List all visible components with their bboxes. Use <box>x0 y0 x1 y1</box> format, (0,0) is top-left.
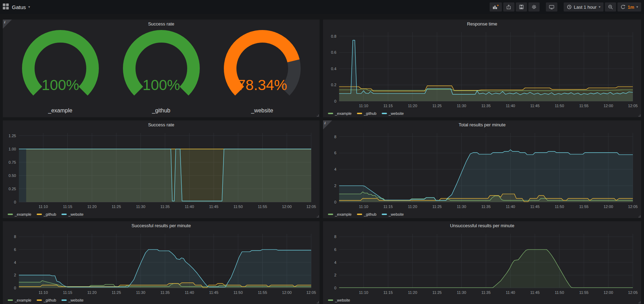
legend-swatch <box>328 214 333 215</box>
legend-item-_website[interactable]: _website <box>382 111 404 116</box>
legend-item-_github[interactable]: _github <box>37 212 56 216</box>
x-tick-label: 11:20 <box>87 290 97 295</box>
legend-item-_example[interactable]: _example <box>8 212 31 216</box>
settings-button[interactable] <box>528 2 540 12</box>
panel-resize-handle[interactable] <box>638 215 641 217</box>
share-icon <box>506 5 511 9</box>
x-tick-label: 11:10 <box>359 290 368 295</box>
x-tick-label: 11:40 <box>185 205 194 209</box>
panel-title[interactable]: Unsuccessful results per minute <box>323 221 641 230</box>
legend-swatch <box>328 299 333 301</box>
y-tick-label: 2 <box>334 184 336 188</box>
y-tick-label: 0.50 <box>9 173 16 178</box>
unsuccessful-results-per-minute-plot[interactable]: 0246811:1011:1511:2011:2511:3011:3511:40… <box>323 230 641 297</box>
panel-title[interactable]: Success rate <box>3 20 320 29</box>
legend-swatch <box>357 113 362 114</box>
legend-label: _github <box>364 212 376 216</box>
time-range-picker[interactable]: Last 1 hour ▾ <box>564 2 603 12</box>
add-panel-button[interactable] <box>490 2 502 12</box>
successful-results-chart[interactable]: 0246811:1011:1511:2011:2511:3011:3511:40… <box>3 230 320 297</box>
success-rate-chart[interactable]: 00.250.500.751.001.2511:1011:1511:2011:2… <box>3 129 320 211</box>
caret-down-icon: ▾ <box>28 5 30 9</box>
x-tick-label: 11:40 <box>185 290 194 295</box>
legend-label: _website <box>68 298 83 302</box>
total-results-chart[interactable]: 0246811:1011:1511:2011:2511:3011:3511:40… <box>323 129 641 211</box>
save-button[interactable] <box>516 2 527 12</box>
x-tick-label: 11:15 <box>383 104 393 108</box>
legend-item-_example[interactable]: _example <box>328 212 352 216</box>
unsuccessful-results-chart[interactable]: 0246811:1011:1511:2011:2511:3011:3511:40… <box>323 230 641 297</box>
x-tick-label: 11:55 <box>579 290 588 295</box>
x-tick-label: 11:35 <box>481 205 491 209</box>
response-time-plot[interactable]: 00.20.40.60.811:1011:1511:2011:2511:3011… <box>323 29 641 110</box>
legend-item-_website[interactable]: _website <box>61 212 83 216</box>
legend-label: _github <box>364 111 376 116</box>
x-tick-label: 12:00 <box>282 205 292 209</box>
legend-item-_example[interactable]: _example <box>8 298 31 302</box>
x-tick-label: 12:05 <box>306 205 316 209</box>
x-tick-label: 11:45 <box>530 290 540 295</box>
panel-title[interactable]: Success rate <box>3 120 320 129</box>
panel-total-results: i Total results per minute 0246811:1011:… <box>323 120 641 218</box>
legend: _example_github_website <box>323 110 641 117</box>
response-time-chart[interactable]: 00.20.40.60.811:1011:1511:2011:2511:3011… <box>323 29 641 110</box>
zoom-out-button[interactable] <box>605 2 616 12</box>
legend-label: _website <box>335 298 350 302</box>
clock-icon <box>567 5 572 9</box>
x-tick-label: 11:40 <box>506 205 515 209</box>
y-tick-label: 6 <box>334 247 336 252</box>
total-results-per-minute-plot[interactable]: 0246811:1011:1511:2011:2511:3011:3511:40… <box>323 129 641 211</box>
legend-label: _github <box>44 298 56 302</box>
dashboard-title-dropdown[interactable]: Gatus ▾ <box>12 4 30 10</box>
y-tick-label: 8 <box>14 235 16 239</box>
success-rate-plot[interactable]: 00.250.500.751.001.2511:1011:1511:2011:2… <box>3 129 320 211</box>
panel-title[interactable]: Total results per minute <box>323 120 641 129</box>
y-tick-label: 6 <box>14 247 16 252</box>
navbar-left: Gatus ▾ <box>3 3 30 11</box>
share-button[interactable] <box>503 2 514 12</box>
grafana-dashboard: Gatus ▾ <box>0 0 644 304</box>
panel-resize-handle[interactable] <box>317 215 319 217</box>
legend-item-_github[interactable]: _github <box>357 212 376 216</box>
panel-title[interactable]: Successful results per minute <box>3 221 320 230</box>
legend-label: _github <box>44 212 56 216</box>
refresh-picker[interactable]: 1m ▾ <box>617 2 641 12</box>
legend-item-_website[interactable]: _website <box>382 212 404 216</box>
panel-resize-handle[interactable] <box>317 301 319 303</box>
legend-item-_github[interactable]: _github <box>37 298 56 302</box>
x-tick-label: 11:30 <box>136 290 145 295</box>
y-tick-label: 0.6 <box>331 50 336 54</box>
legend-label: _example <box>335 111 352 116</box>
legend-item-_website[interactable]: _website <box>328 298 350 302</box>
x-tick-label: 11:35 <box>481 290 491 295</box>
y-tick-label: 0.75 <box>9 160 16 164</box>
legend-item-_website[interactable]: _website <box>61 298 83 302</box>
panel-info-corner[interactable]: i <box>3 20 12 29</box>
legend-item-_github[interactable]: _github <box>357 111 376 116</box>
y-tick-label: 0 <box>334 99 336 103</box>
info-icon: i <box>324 121 325 125</box>
gauge-_website: 78.34%_website <box>220 29 305 114</box>
legend-swatch <box>328 113 333 114</box>
legend-item-_example[interactable]: _example <box>328 111 352 116</box>
panel-resize-handle[interactable] <box>317 114 319 117</box>
panel-resize-handle[interactable] <box>638 301 641 303</box>
panel-info-corner[interactable]: i <box>323 120 332 129</box>
y-tick-label: 8 <box>334 235 336 239</box>
x-tick-label: 11:10 <box>38 205 48 209</box>
x-tick-label: 11:45 <box>530 104 540 108</box>
panel-resize-handle[interactable] <box>638 114 641 117</box>
tv-mode-button[interactable] <box>546 2 557 12</box>
y-tick-label: 0.4 <box>331 67 336 71</box>
x-tick-label: 11:35 <box>160 290 170 295</box>
x-tick-label: 11:15 <box>63 205 72 209</box>
panel-title[interactable]: Response time <box>323 20 641 29</box>
x-tick-label: 12:00 <box>603 205 613 209</box>
x-tick-label: 11:45 <box>530 205 540 209</box>
legend: _example_github_website <box>323 211 641 218</box>
grid-layout-icon[interactable] <box>3 3 9 11</box>
x-tick-label: 11:50 <box>233 290 243 295</box>
successful-results-per-minute-plot[interactable]: 0246811:1011:1511:2011:2511:3011:3511:40… <box>3 230 320 297</box>
legend: _example_github_website <box>3 297 320 304</box>
y-tick-label: 4 <box>334 167 336 171</box>
